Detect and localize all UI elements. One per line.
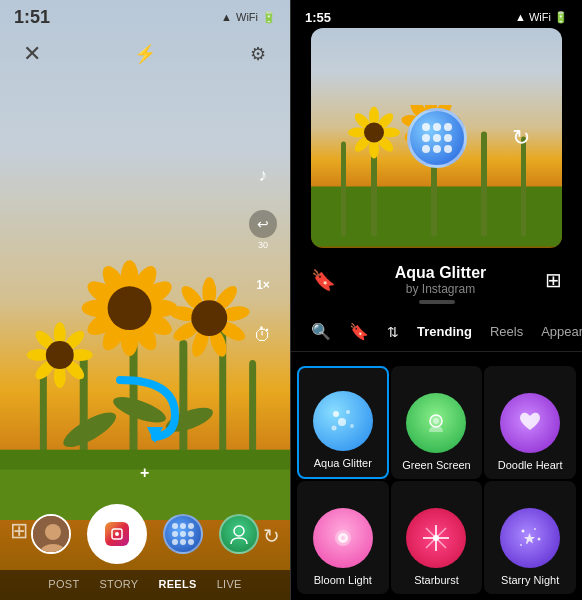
status-icons-right: ▲ WiFi 🔋	[515, 11, 568, 24]
doodle-heart-icon	[500, 393, 560, 453]
nav-story[interactable]: STORY	[99, 578, 138, 590]
filter-preview-dots	[422, 123, 452, 153]
green-screen-icon	[406, 393, 466, 453]
clock-icon[interactable]: ⏱	[248, 320, 278, 350]
green-screen-label: Green Screen	[398, 459, 474, 471]
svg-rect-56	[481, 132, 487, 237]
record-inner	[95, 512, 139, 556]
tab-appearance[interactable]: Appearance	[537, 322, 582, 341]
filter-grid: Aqua Glitter Green Screen Doodle Heart	[291, 360, 582, 600]
tab-trending[interactable]: Trending	[413, 322, 476, 341]
svg-point-82	[331, 426, 336, 431]
svg-point-33	[191, 300, 227, 336]
starburst-label: Starburst	[410, 574, 463, 586]
filter-by: by Instagram	[336, 282, 545, 296]
filter-cell-aqua-glitter[interactable]: Aqua Glitter	[297, 366, 389, 479]
nav-reels[interactable]: REELS	[158, 578, 196, 590]
svg-point-43	[46, 341, 74, 369]
time-right: 1:55	[305, 10, 331, 25]
svg-point-95	[538, 538, 541, 541]
left-phone: 1:51 ▲ WiFi 🔋 ✕ ⚡ ⚙ ♪ ↩ 30 1× ⏱ +	[0, 0, 291, 600]
time-left: 1:51	[14, 7, 50, 28]
video-preview: ↻	[311, 28, 562, 248]
top-controls-left: ✕ ⚡ ⚙	[0, 30, 290, 78]
svg-point-81	[350, 424, 354, 428]
filter-dots	[172, 523, 194, 545]
timer-icon[interactable]: ↩	[249, 210, 277, 238]
svg-rect-57	[341, 142, 346, 237]
filter-info-bar: 🔖 Aqua Glitter by Instagram ⊞	[291, 258, 582, 302]
svg-point-92	[433, 535, 439, 541]
search-tabs: 🔍 🔖 ⇅ Trending Reels Appearance	[291, 312, 582, 352]
aqua-glitter-label: Aqua Glitter	[310, 457, 376, 469]
person-button[interactable]	[219, 514, 259, 554]
svg-point-87	[341, 536, 345, 540]
svg-point-22	[108, 286, 152, 330]
doodle-heart-label: Doodle Heart	[494, 459, 567, 471]
filter-preview-icon	[407, 108, 467, 168]
filter-name-block: Aqua Glitter by Instagram	[336, 264, 545, 296]
bloom-light-label: Bloom Light	[310, 574, 376, 586]
svg-rect-58	[521, 137, 526, 237]
settings-icon[interactable]: ⚙	[242, 38, 274, 70]
starburst-icon	[406, 508, 466, 568]
sort-tab-icon[interactable]: ⇅	[383, 322, 403, 342]
svg-point-51	[115, 532, 119, 536]
status-bar-left: 1:51 ▲ WiFi 🔋	[0, 0, 290, 28]
svg-point-79	[346, 410, 350, 414]
status-bar-right: 1:55 ▲ WiFi 🔋	[291, 0, 582, 28]
tab-reels[interactable]: Reels	[486, 322, 527, 341]
bookmark-icon[interactable]: 🔖	[311, 268, 336, 292]
svg-point-48	[45, 524, 61, 540]
svg-point-94	[534, 528, 536, 530]
filter-cell-starburst[interactable]: Starburst	[391, 481, 483, 594]
saved-tab-icon[interactable]: 🔖	[345, 320, 373, 343]
filter-cell-bloom-light[interactable]: Bloom Light	[297, 481, 389, 594]
filter-cell-doodle-heart[interactable]: Doodle Heart	[484, 366, 576, 479]
bottom-nav: POST STORY REELS LIVE	[0, 570, 290, 600]
right-phone: 1:55 ▲ WiFi 🔋	[291, 0, 582, 600]
svg-point-84	[433, 418, 439, 424]
bottom-controls	[0, 496, 290, 570]
starry-night-icon	[500, 508, 560, 568]
music-icon[interactable]: ♪	[248, 160, 278, 190]
record-button[interactable]	[87, 504, 147, 564]
bloom-light-icon	[313, 508, 373, 568]
plus-badge: +	[140, 464, 149, 482]
status-icons-left: ▲ WiFi 🔋	[221, 11, 276, 24]
nav-post[interactable]: POST	[48, 578, 79, 590]
side-controls: ♪ ↩ 30 1× ⏱	[248, 160, 278, 350]
svg-point-52	[234, 526, 244, 536]
nav-live[interactable]: LIVE	[217, 578, 242, 590]
add-icon[interactable]: ⊞	[545, 268, 562, 292]
filter-button[interactable]	[163, 514, 203, 554]
aqua-glitter-icon	[313, 391, 373, 451]
filter-name: Aqua Glitter	[336, 264, 545, 282]
svg-point-80	[338, 418, 346, 426]
filter-cell-starry-night[interactable]: Starry Night	[484, 481, 576, 594]
arrow-overlay	[105, 375, 185, 445]
avatar[interactable]	[31, 514, 71, 554]
refresh-icon[interactable]: ↻	[512, 125, 530, 151]
gallery-icon[interactable]: ⊞	[10, 518, 28, 544]
svg-point-78	[333, 411, 339, 417]
flip-camera-icon[interactable]: ↻	[263, 524, 280, 548]
flash-off-icon[interactable]: ⚡	[129, 38, 161, 70]
svg-point-97	[520, 544, 522, 546]
close-button[interactable]: ✕	[16, 38, 48, 70]
starry-night-label: Starry Night	[497, 574, 563, 586]
bottom-area: ⊞ ↻ POST STORY REELS LIVE	[0, 496, 290, 600]
svg-point-77	[364, 123, 384, 143]
reels-icon	[105, 522, 129, 546]
svg-point-93	[522, 530, 525, 533]
filter-cell-green-screen[interactable]: Green Screen	[391, 366, 483, 479]
search-tab-icon[interactable]: 🔍	[307, 320, 335, 343]
speed-icon[interactable]: 1×	[248, 270, 278, 300]
